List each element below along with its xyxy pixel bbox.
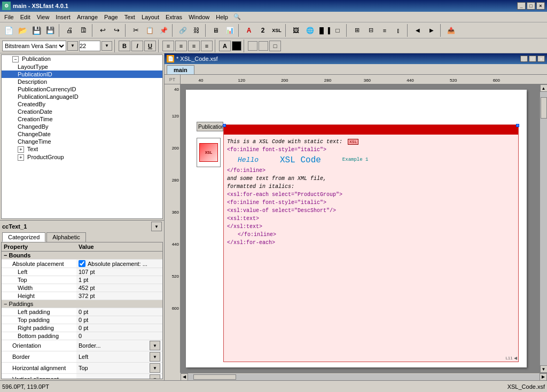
prop-value-orientation[interactable]: Border... ▼: [76, 340, 162, 351]
scroll-up-btn[interactable]: ▲: [540, 84, 548, 92]
tree-item-layouttype[interactable]: LayoutType: [2, 63, 162, 70]
tree-item-changetime[interactable]: ChangeTime: [2, 138, 162, 145]
scroll-track-h[interactable]: [188, 374, 540, 380]
arrow-right-button[interactable]: ▶: [425, 24, 438, 37]
expand-bounds[interactable]: −: [4, 252, 7, 258]
paste-button[interactable]: 📌: [157, 24, 170, 37]
tree-item-changedby[interactable]: ChangedBy: [2, 123, 162, 130]
save-button[interactable]: 💾: [30, 24, 43, 37]
menu-edit[interactable]: Edit: [17, 13, 34, 21]
menu-view[interactable]: View: [34, 13, 53, 21]
font-select[interactable]: Bitstream Vera Sans: [2, 41, 66, 51]
expand-text[interactable]: +: [18, 146, 24, 153]
minimize-button[interactable]: _: [517, 2, 526, 10]
tree-item-createdby[interactable]: CreatedBy: [2, 100, 162, 108]
menu-help[interactable]: Help: [213, 13, 231, 21]
color-swatch[interactable]: [232, 41, 241, 51]
align-center-button[interactable]: ≡: [175, 41, 187, 51]
tab-categorized[interactable]: Categorized: [2, 232, 45, 242]
menu-layout[interactable]: Layout: [138, 13, 162, 21]
prop-value-height[interactable]: 372 pt: [76, 292, 162, 300]
tree-item-languageid[interactable]: PublicationLanguageID: [2, 93, 162, 100]
xsl-code-box[interactable]: This is a XSL Code with static text: XSL…: [223, 124, 519, 362]
doc-minimize-btn[interactable]: _: [520, 56, 528, 62]
open-button[interactable]: 📂: [16, 24, 29, 37]
save-all-button[interactable]: 💾: [44, 24, 57, 37]
prop-value-bottompadding[interactable]: 0: [76, 332, 162, 340]
redo-button[interactable]: ↪: [110, 24, 123, 37]
fill-swatch[interactable]: [248, 41, 257, 51]
scroll-track-v[interactable]: [540, 92, 548, 365]
font-size-input[interactable]: [79, 41, 100, 51]
shape-button[interactable]: □: [331, 24, 344, 37]
link-button[interactable]: 🔗: [176, 24, 189, 37]
prop-value-width[interactable]: 452 pt: [76, 284, 162, 292]
copy-button[interactable]: 📋: [143, 24, 156, 37]
prop-value-border[interactable]: Left ▼: [76, 351, 162, 363]
checkbox-absolute[interactable]: [79, 260, 85, 267]
monitor-button[interactable]: 🖥: [209, 24, 222, 37]
outline-button[interactable]: A: [219, 41, 231, 51]
globe-button[interactable]: 🌐: [303, 24, 316, 37]
tree-item-publicationid[interactable]: PublicationID: [2, 70, 162, 78]
tree-item-changedate[interactable]: ChangeDate: [2, 130, 162, 138]
expand-productgroup[interactable]: +: [18, 154, 24, 161]
tab-alphabetic[interactable]: Alphabetic: [46, 232, 85, 242]
number-button[interactable]: 2: [256, 24, 269, 37]
tree-item-creationdate[interactable]: CreationDate: [2, 108, 162, 115]
xsl-button[interactable]: XSL: [270, 24, 283, 37]
prop-value-toppadding[interactable]: 0 pt: [76, 316, 162, 324]
halign-dropdown[interactable]: ▼: [150, 363, 160, 373]
maximize-button[interactable]: □: [527, 2, 535, 10]
expand-publication[interactable]: −: [12, 56, 19, 62]
tree-item-description[interactable]: Description: [2, 78, 162, 85]
columns-button[interactable]: ⫿: [392, 24, 405, 37]
underline-button[interactable]: U: [144, 41, 156, 51]
valign-dropdown[interactable]: ▼: [150, 374, 160, 379]
barcode-button[interactable]: ▐▌▐: [317, 24, 330, 37]
prop-value-halign[interactable]: Top ▼: [76, 363, 162, 374]
prop-value-rightpadding[interactable]: 0 pt: [76, 324, 162, 332]
align-left-button[interactable]: ≡: [162, 41, 174, 51]
prop-value-leftpadding[interactable]: 0 pt: [76, 308, 162, 316]
cut-button[interactable]: ✂: [129, 24, 142, 37]
doc-close-btn[interactable]: ×: [537, 56, 545, 62]
align-justify-button[interactable]: ≡: [201, 41, 213, 51]
scroll-left-btn[interactable]: ◀: [181, 373, 188, 381]
border-dropdown[interactable]: ▼: [150, 352, 160, 362]
menu-arrange[interactable]: Arrange: [74, 13, 101, 21]
prop-value-valign[interactable]: ▼: [76, 374, 162, 380]
scroll-right-btn[interactable]: ▶: [540, 373, 547, 381]
prop-value-left[interactable]: 107 pt: [76, 268, 162, 276]
chart-button[interactable]: 📊: [223, 24, 236, 37]
scroll-thumb-v[interactable]: [541, 97, 547, 119]
menu-page[interactable]: Page: [101, 13, 121, 21]
tree-item-publication[interactable]: − Publication: [2, 55, 162, 63]
grid-button[interactable]: ⊟: [364, 24, 377, 37]
doc-maximize-btn[interactable]: □: [529, 56, 536, 62]
text-button[interactable]: A: [243, 24, 255, 37]
new-button[interactable]: 📄: [2, 24, 15, 37]
tree-item-text[interactable]: + Text: [2, 145, 162, 153]
menu-window[interactable]: Window: [185, 13, 213, 21]
image-frame[interactable]: XSL: [197, 138, 221, 167]
stroke-swatch[interactable]: [259, 41, 268, 51]
list-button[interactable]: ≡: [378, 24, 391, 37]
menu-file[interactable]: File: [1, 13, 17, 21]
orientation-dropdown[interactable]: ▼: [150, 341, 160, 350]
image-button[interactable]: 🖼: [290, 24, 302, 37]
align-right-button[interactable]: ≡: [188, 41, 200, 51]
handle-tr[interactable]: [516, 124, 519, 127]
tree-item-currencyid[interactable]: PublicationCurrencyID: [2, 85, 162, 93]
search-icon[interactable]: 🔍: [233, 13, 241, 20]
print-button[interactable]: 🖨: [63, 24, 76, 37]
props-dropdown-btn[interactable]: ▼: [151, 222, 162, 231]
export-button[interactable]: 📤: [444, 24, 457, 37]
italic-button[interactable]: I: [131, 41, 143, 51]
prop-value-absolute[interactable]: Absolute placement: ...: [76, 260, 162, 268]
expand-paddings[interactable]: −: [4, 301, 7, 307]
bold-button[interactable]: B: [119, 41, 130, 51]
tree-view[interactable]: − Publication LayoutType PublicationID D…: [1, 54, 163, 219]
handle-tl[interactable]: [223, 124, 226, 127]
scroll-down-btn[interactable]: ▼: [540, 365, 548, 373]
